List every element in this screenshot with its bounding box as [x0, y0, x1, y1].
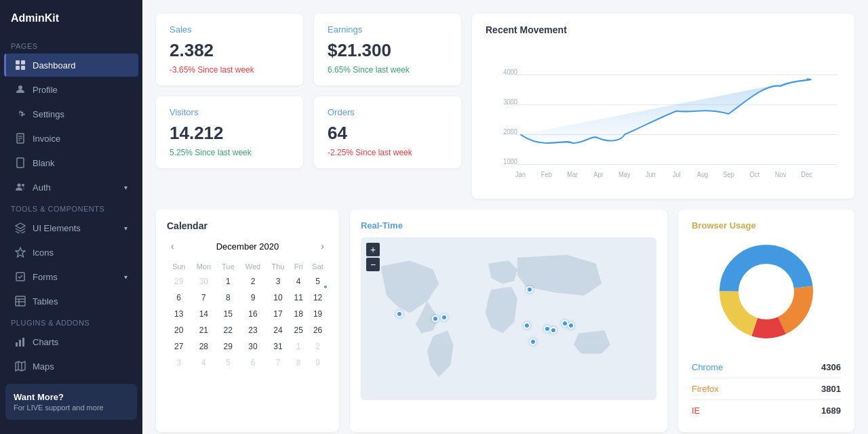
calendar-day[interactable]: 1 — [290, 338, 307, 355]
calendar-next-button[interactable]: › — [317, 239, 328, 253]
svg-rect-9 — [17, 158, 24, 167]
users-icon — [15, 182, 26, 193]
calendar-day[interactable]: 21 — [191, 322, 216, 338]
calendar-day[interactable]: 9 — [239, 290, 267, 306]
sidebar-item-blank[interactable]: Blank — [4, 151, 138, 174]
calendar-day[interactable]: 13 — [167, 306, 191, 322]
sidebar-item-ui-elements[interactable]: UI Elements ▾ — [4, 216, 138, 239]
svg-text:1000: 1000 — [503, 158, 517, 166]
svg-text:Nov: Nov — [775, 171, 787, 179]
stats-pair-bottom: Visitors 14.212 5.25% Since last week Or… — [156, 96, 461, 168]
calendar-day[interactable]: 3 — [167, 355, 191, 371]
map-controls: + − — [366, 243, 380, 271]
calendar-day[interactable]: 7 — [191, 290, 216, 306]
sidebar-item-charts[interactable]: Charts — [4, 330, 138, 353]
calendar-day[interactable]: 2 — [307, 338, 328, 355]
calendar-day[interactable]: 31 — [267, 338, 290, 355]
sidebar-item-profile[interactable]: Profile — [4, 78, 138, 101]
calendar-day[interactable]: 7 — [267, 355, 290, 371]
calendar-day[interactable]: 30 — [239, 338, 267, 355]
calendar-prev-button[interactable]: ‹ — [167, 239, 178, 253]
calendar-day[interactable]: 1 — [216, 273, 239, 290]
svg-text:Apr: Apr — [593, 171, 604, 179]
sidebar-item-icons[interactable]: Icons — [4, 241, 138, 264]
calendar-day[interactable]: 6 — [239, 355, 267, 371]
sidebar-label-profile: Profile — [33, 85, 58, 95]
sidebar-label-invoice: Invoice — [33, 134, 60, 144]
earnings-card: Earnings $21.300 6.65% Since last week — [314, 14, 461, 85]
browser-usage-card: Browser Usage Chrome4306Firefox3801IE168… — [678, 210, 854, 432]
sidebar-item-maps[interactable]: Maps — [4, 355, 138, 378]
chart-title: Recent Movement — [486, 24, 841, 35]
svg-text:Feb: Feb — [541, 171, 553, 179]
browser-name: IE — [692, 406, 700, 416]
calendar-day[interactable]: 27 — [167, 338, 191, 355]
calendar-day[interactable]: 3 — [267, 273, 290, 290]
calendar-card: Calendar ‹ December 2020 › SunMonTueWedT… — [156, 210, 339, 432]
sidebar-item-tables[interactable]: Tables — [4, 290, 138, 313]
svg-text:May: May — [618, 171, 631, 179]
calendar-day[interactable]: 4 — [191, 355, 216, 371]
map-zoom-in-button[interactable]: + — [366, 243, 380, 256]
calendar-section-title: Calendar — [167, 220, 328, 231]
sales-change: -3.65% Since last week — [170, 65, 290, 75]
sales-label: Sales — [170, 24, 290, 35]
browser-name: Firefox — [692, 384, 719, 394]
brand-logo: AdminKit — [0, 0, 142, 37]
calendar-day[interactable]: 10 — [267, 290, 290, 306]
check-icon — [15, 271, 26, 282]
sidebar-item-dashboard[interactable]: Dashboard — [4, 54, 138, 77]
calendar-day[interactable]: 25 — [290, 322, 307, 338]
calendar-day[interactable]: 24 — [267, 322, 290, 338]
top-row: Sales 2.382 -3.65% Since last week Earni… — [156, 14, 854, 199]
calendar-day-header: Sun — [167, 260, 191, 273]
sidebar-item-settings[interactable]: Settings — [4, 102, 138, 125]
sidebar-item-forms[interactable]: Forms ▾ — [4, 265, 138, 288]
browser-count: 1689 — [821, 406, 841, 416]
calendar-day-header: Wed — [239, 260, 267, 273]
orders-value: 64 — [328, 123, 448, 144]
calendar-day[interactable]: 16 — [239, 306, 267, 322]
calendar-day[interactable]: 2 — [239, 273, 267, 290]
svg-text:Jan: Jan — [515, 171, 526, 179]
calendar-day[interactable]: 23 — [239, 322, 267, 338]
calendar-day[interactable]: 19 — [307, 306, 328, 322]
calendar-day[interactable]: 28 — [191, 338, 216, 355]
browser-count: 4306 — [821, 362, 841, 372]
svg-text:Sep: Sep — [723, 171, 734, 179]
sidebar-item-invoice[interactable]: Invoice — [4, 127, 138, 150]
sidebar-label-auth: Auth — [33, 182, 51, 193]
calendar-day[interactable]: 5 — [216, 355, 239, 371]
calendar-day[interactable]: 18 — [290, 306, 307, 322]
calendar-day[interactable]: 11 — [290, 290, 307, 306]
calendar-day[interactable]: 15 — [216, 306, 239, 322]
sales-value: 2.382 — [170, 40, 290, 61]
calendar-day[interactable]: 8 — [216, 290, 239, 306]
promo-title: Want More? — [14, 392, 129, 402]
calendar-day[interactable]: 9 — [307, 355, 328, 371]
calendar-day[interactable]: 29 — [216, 338, 239, 355]
calendar-day[interactable]: 22 — [216, 322, 239, 338]
calendar-day[interactable]: 30 — [191, 273, 216, 290]
calendar-day[interactable]: 12 — [307, 290, 328, 306]
calendar-day[interactable]: 14 — [191, 306, 216, 322]
calendar-day[interactable]: 5 — [307, 273, 328, 290]
svg-text:Mar: Mar — [567, 171, 578, 179]
calendar-day[interactable]: 6 — [167, 290, 191, 306]
sidebar-promo[interactable]: Want More? For LIVE support and more — [5, 384, 137, 420]
calendar-day[interactable]: 29 — [167, 273, 191, 290]
sidebar-label-dashboard: Dashboard — [33, 60, 76, 71]
svg-text:Dec: Dec — [801, 171, 812, 179]
svg-rect-20 — [22, 338, 24, 347]
map-zoom-out-button[interactable]: − — [366, 258, 380, 271]
map-dot — [432, 315, 439, 322]
sidebar-item-auth[interactable]: Auth ▾ — [4, 176, 138, 199]
map-dot — [568, 322, 574, 329]
calendar-day[interactable]: 26 — [307, 322, 328, 338]
user-icon — [15, 84, 26, 95]
calendar-day[interactable]: 20 — [167, 322, 191, 338]
calendar-day[interactable]: 17 — [267, 306, 290, 322]
earnings-value: $21.300 — [328, 40, 448, 61]
calendar-day[interactable]: 8 — [290, 355, 307, 371]
calendar-day[interactable]: 4 — [290, 273, 307, 290]
